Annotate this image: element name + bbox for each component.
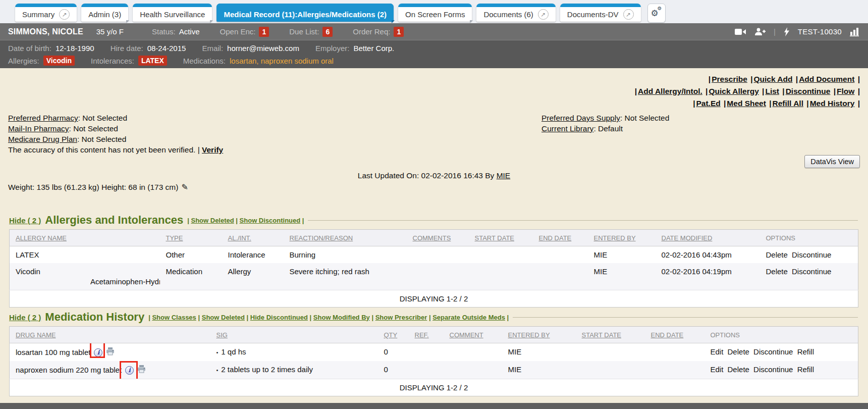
print-icon[interactable] (106, 347, 115, 357)
open-enc-badge[interactable]: 1 (259, 27, 269, 37)
col-start-date[interactable]: START DATE (469, 230, 533, 246)
show-deleted-link[interactable]: Show Deleted (198, 314, 245, 321)
col-allergy-name[interactable]: ALLERGY NAME (10, 230, 160, 246)
mail-in-pharmacy-link[interactable]: Mail-In Pharmacy (8, 124, 69, 133)
bar-chart-icon[interactable] (850, 27, 860, 36)
col-type[interactable]: TYPE (160, 230, 222, 246)
current-library-link[interactable]: Current Library (541, 124, 593, 133)
medications-value[interactable]: losartan, naproxen sodium oral (230, 57, 334, 65)
external-arrow-glyph: ↗ (626, 11, 631, 18)
add-allergy-intol-link[interactable]: Add Allergy/Intol. (634, 87, 702, 95)
comment-cell (444, 343, 502, 362)
patient-age-sex: 35 y/o F (96, 27, 124, 36)
discontinue-link[interactable]: Discontinue (792, 267, 831, 276)
medication-section-title: Medication History (45, 311, 144, 324)
accuracy-text: The accuracy of this content has not yet… (8, 145, 195, 154)
show-classes-link[interactable]: Show Classes (148, 314, 196, 321)
col-comment[interactable]: COMMENT (444, 327, 502, 343)
sig-cell: •1 qd hs (210, 343, 378, 362)
show-prescriber-link[interactable]: Show Prescriber (371, 314, 427, 321)
discontinue-link[interactable]: Discontinue (792, 250, 831, 259)
medicare-drug-plan-link[interactable]: Medicare Drug Plan (8, 135, 77, 143)
preferred-pharmacy-link[interactable]: Preferred Pharmacy (8, 114, 78, 122)
allergies-hide-link[interactable]: Hide ( 2 ) (9, 216, 41, 225)
intolerance-badge[interactable]: LATEX (138, 56, 167, 66)
col-comments[interactable]: COMMENTS (407, 230, 469, 246)
separate-outside-meds-link[interactable]: Separate Outside Meds (429, 314, 509, 321)
discontinue-link[interactable]: Discontinue (753, 365, 793, 374)
external-link-icon[interactable]: ↗ (59, 9, 70, 20)
col-qty[interactable]: QTY (378, 327, 409, 343)
col-start-date[interactable]: START DATE (576, 327, 645, 343)
hide-discontinued-link[interactable]: Hide Discontinued (247, 314, 308, 321)
list-link[interactable]: List (761, 87, 779, 95)
tab-health-surveillance[interactable]: Health Surveillance (133, 4, 212, 22)
preferred-days-supply-link[interactable]: Preferred Days Supply (541, 114, 620, 122)
col-date-modified[interactable]: DATE MODIFIED (656, 230, 760, 246)
pat-ed-link[interactable]: Pat.Ed (692, 99, 721, 108)
tab-medical-record[interactable]: Medical Record (11):Allergies/Medication… (216, 4, 394, 22)
med-sheet-link[interactable]: Med Sheet (723, 99, 766, 108)
action-links-row2: Add Allergy/Intol. Quick Allergy List Di… (634, 85, 860, 97)
flow-link[interactable]: Flow (833, 87, 860, 95)
delete-link[interactable]: Delete (728, 365, 749, 374)
edit-link[interactable]: Edit (711, 347, 724, 356)
show-discontinued-link[interactable]: Show Discontinued (236, 217, 304, 224)
prescribe-link[interactable]: Prescribe (708, 75, 747, 83)
drug-info-icon[interactable]: i (94, 348, 102, 357)
medication-paging-row: DISPLAYING 1-2 / 2 (10, 379, 858, 396)
delete-link[interactable]: Delete (728, 347, 749, 356)
tab-documents[interactable]: Documents (6) ↗ (476, 4, 555, 22)
show-modified-by-link[interactable]: Show Modified By (310, 314, 370, 321)
med-history-link[interactable]: Med History (805, 99, 860, 108)
col-ref[interactable]: REF. (409, 327, 444, 343)
show-deleted-link[interactable]: Show Deleted (187, 217, 234, 224)
external-link-icon[interactable]: ↗ (623, 9, 634, 20)
datavis-view-button[interactable]: DataVis View (804, 155, 860, 168)
tab-admin[interactable]: Admin (3) (81, 4, 128, 22)
verify-link[interactable]: Verify (202, 145, 223, 154)
col-reaction[interactable]: REACTION/REASON (284, 230, 407, 246)
drug-info-icon[interactable]: i (125, 366, 134, 375)
col-end-date[interactable]: END DATE (645, 327, 704, 343)
discontinue-link[interactable]: Discontinue (753, 347, 793, 356)
dob-value: 12-18-1990 (56, 44, 94, 53)
allergy-badge[interactable]: Vicodin (43, 56, 75, 66)
delete-link[interactable]: Delete (766, 267, 788, 276)
action-links: Prescribe Quick Add Add Document Add All… (634, 73, 860, 110)
col-sig[interactable]: SIG (210, 327, 378, 343)
video-camera-icon[interactable] (735, 28, 746, 35)
allergy-options: Delete Discontinue (760, 246, 858, 264)
order-req-badge[interactable]: 1 (394, 27, 404, 37)
delete-link[interactable]: Delete (766, 250, 788, 259)
email-value: horner@mieweb.com (227, 44, 299, 53)
add-document-link[interactable]: Add Document (795, 75, 860, 83)
discontinue-link[interactable]: Discontinue (781, 87, 830, 95)
external-link-icon[interactable]: ↗ (538, 9, 549, 20)
col-entered-by[interactable]: ENTERED BY (588, 230, 656, 246)
quick-add-link[interactable]: Quick Add (749, 75, 792, 83)
refill-link[interactable]: Refill (797, 365, 814, 374)
mail-in-pharmacy-value: Not Selected (73, 124, 118, 133)
tab-documents-dv[interactable]: Documents-DV ↗ (560, 4, 641, 22)
qty-cell: 0 (378, 361, 409, 379)
medications-hide-link[interactable]: Hide ( 2 ) (9, 313, 41, 322)
accuracy-row: The accuracy of this content has not yet… (8, 144, 223, 155)
mie-user-link[interactable]: MIE (497, 171, 511, 180)
col-drug-name[interactable]: DRUG NAME (10, 327, 210, 343)
settings-button[interactable]: ⚙ ⚙ (647, 4, 666, 23)
quick-allergy-link[interactable]: Quick Allergy (704, 87, 759, 95)
refill-link[interactable]: Refill (797, 347, 814, 356)
tab-summary[interactable]: Summary ↗ (15, 4, 77, 22)
refill-all-link[interactable]: Refill All (768, 99, 803, 108)
col-al-int[interactable]: AL./INT. (222, 230, 284, 246)
col-entered-by[interactable]: ENTERED BY (502, 327, 576, 343)
add-person-icon[interactable] (754, 28, 766, 36)
tab-on-screen-forms[interactable]: On Screen Forms (398, 4, 472, 22)
edit-link[interactable]: Edit (711, 365, 724, 374)
lightning-bolt-icon[interactable] (784, 27, 790, 36)
print-icon[interactable] (137, 365, 146, 375)
edit-pencil-icon[interactable]: ✎ (181, 182, 188, 192)
col-end-date[interactable]: END DATE (533, 230, 588, 246)
due-list-badge[interactable]: 6 (322, 27, 333, 37)
